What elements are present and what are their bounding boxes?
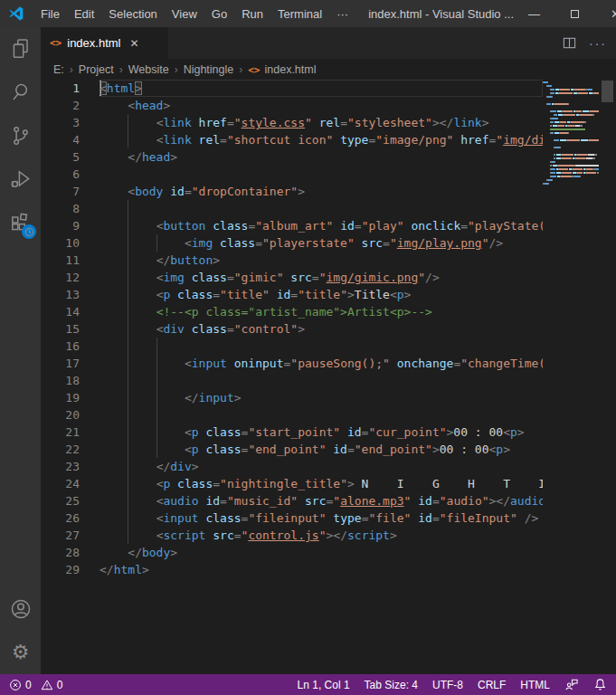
code-line-13[interactable]: 13 <p class="title" id="title">Title<p> bbox=[41, 286, 543, 303]
line-number: 16 bbox=[41, 338, 80, 355]
line-content: <audio id="music_id" src="alone.mp3" id=… bbox=[100, 492, 543, 509]
minimap[interactable] bbox=[543, 80, 599, 674]
search-icon[interactable] bbox=[0, 71, 41, 114]
indent-guide bbox=[128, 527, 128, 544]
feedback-icon[interactable] bbox=[564, 678, 579, 691]
html-file-icon: <> bbox=[248, 64, 260, 76]
window-controls: —✕ bbox=[514, 0, 616, 27]
cursor-position[interactable]: Ln 1, Col 1 bbox=[298, 679, 350, 691]
breadcrumb-item-nightingle[interactable]: Nightingle bbox=[184, 63, 234, 76]
line-content: <div class="control"> bbox=[100, 320, 543, 338]
code-line-4[interactable]: 4 <link rel="shortcut icon" type="image/… bbox=[41, 131, 543, 148]
line-content: <p class="nightingle_title"> N I G H T I bbox=[100, 475, 543, 492]
extensions-icon[interactable] bbox=[0, 201, 41, 244]
line-content: <html> bbox=[100, 80, 543, 97]
code-line-5[interactable]: 5 </head> bbox=[41, 148, 543, 166]
code-line-27[interactable]: 27 <script src="control.js"></script> bbox=[41, 527, 543, 544]
code-line-1[interactable]: 1<html> bbox=[41, 80, 543, 97]
minimize-button[interactable]: — bbox=[514, 0, 554, 27]
maximize-button[interactable] bbox=[554, 0, 595, 27]
indent-guide bbox=[128, 355, 128, 372]
indent-guide bbox=[128, 475, 128, 492]
tab-close-icon[interactable]: ✕ bbox=[130, 37, 139, 50]
line-number: 6 bbox=[41, 166, 80, 183]
split-editor-icon[interactable] bbox=[563, 36, 576, 50]
menu-item-file[interactable]: File bbox=[33, 0, 67, 27]
code-line-28[interactable]: 28 </body> bbox=[41, 544, 543, 561]
code-line-8[interactable]: 8 bbox=[41, 200, 543, 217]
line-content bbox=[100, 166, 543, 183]
language-mode[interactable]: HTML bbox=[520, 679, 550, 691]
breadcrumb-item-project[interactable]: Project bbox=[79, 63, 114, 76]
code-lines: 1<html>2 <head>3 <link href="style.css" … bbox=[41, 80, 543, 674]
code-line-29[interactable]: 29</html> bbox=[41, 561, 543, 578]
account-icon[interactable] bbox=[0, 587, 41, 631]
scrollbar-slider[interactable] bbox=[602, 81, 613, 102]
code-editor[interactable]: 1<html>2 <head>3 <link href="style.css" … bbox=[41, 80, 616, 674]
indent-guide bbox=[128, 389, 128, 406]
breadcrumb-item-website[interactable]: Website bbox=[128, 63, 169, 76]
menu-item-selection[interactable]: Selection bbox=[101, 0, 164, 27]
indent-guide bbox=[128, 252, 128, 269]
code-line-16[interactable]: 16 bbox=[41, 338, 543, 355]
editor-scrollbar[interactable] bbox=[599, 80, 616, 674]
code-line-3[interactable]: 3 <link href="style.css" rel="stylesheet… bbox=[41, 114, 543, 131]
tab-index-html[interactable]: <> index.html ✕ bbox=[41, 27, 168, 59]
indent-guide bbox=[128, 269, 128, 286]
code-line-11[interactable]: 11 </button> bbox=[41, 252, 543, 269]
eol-setting[interactable]: CRLF bbox=[478, 679, 506, 691]
title-bar: FileEditSelectionViewGoRunTerminal··· in… bbox=[0, 0, 616, 27]
menu-item-run[interactable]: Run bbox=[234, 0, 270, 27]
code-line-6[interactable]: 6 bbox=[41, 166, 543, 183]
menu-item-terminal[interactable]: Terminal bbox=[270, 0, 329, 27]
window-title: index.html - Visual Studio ... bbox=[368, 7, 514, 21]
code-line-17[interactable]: 17 <input oninput="pauseSong();" onchang… bbox=[41, 355, 543, 372]
code-line-19[interactable]: 19 </input> bbox=[41, 389, 543, 406]
indent-guide bbox=[156, 441, 157, 458]
line-content: <p class="start_point" id="cur_point">00… bbox=[100, 424, 543, 441]
code-line-9[interactable]: 9 <button class="album_art" id="play" on… bbox=[41, 217, 543, 234]
warnings-count: 0 bbox=[57, 679, 63, 691]
settings-gear-icon[interactable]: ⚙ bbox=[0, 631, 41, 674]
code-line-7[interactable]: 7 <body id="dropContainer"> bbox=[41, 183, 543, 200]
code-line-18[interactable]: 18 bbox=[41, 372, 543, 389]
editor-more-actions-icon[interactable]: ··· bbox=[589, 36, 607, 51]
line-content: <script src="control.js"></script> bbox=[100, 527, 543, 544]
breadcrumb-item-drive[interactable]: E: bbox=[53, 63, 64, 76]
indent-guide bbox=[128, 338, 128, 355]
notifications-bell-icon[interactable] bbox=[593, 678, 607, 691]
run-debug-icon[interactable] bbox=[0, 157, 41, 201]
menu-item-go[interactable]: Go bbox=[204, 0, 234, 27]
menu-item-view[interactable]: View bbox=[165, 0, 204, 27]
code-line-24[interactable]: 24 <p class="nightingle_title"> N I G H … bbox=[41, 475, 543, 492]
menu-item-edit[interactable]: Edit bbox=[67, 0, 101, 27]
code-line-22[interactable]: 22 <p class="end_point" id="end_point">0… bbox=[41, 441, 543, 458]
indent-guide bbox=[128, 303, 128, 320]
code-line-21[interactable]: 21 <p class="start_point" id="cur_point"… bbox=[41, 424, 543, 441]
indent-guide bbox=[128, 406, 128, 424]
line-number: 26 bbox=[41, 509, 80, 527]
problems-indicator[interactable]: 0 0 bbox=[9, 679, 68, 691]
indent-guide bbox=[156, 372, 157, 389]
code-line-26[interactable]: 26 <input class="fileinput" type="file" … bbox=[41, 509, 543, 527]
menu-item-more[interactable]: ··· bbox=[329, 0, 355, 27]
code-line-12[interactable]: 12 <img class="gimic" src="img/gimic.png… bbox=[41, 269, 543, 286]
encoding-setting[interactable]: UTF-8 bbox=[432, 679, 463, 691]
indent-guide bbox=[156, 389, 157, 406]
code-line-25[interactable]: 25 <audio id="music_id" src="alone.mp3" … bbox=[41, 492, 543, 509]
indent-guide bbox=[128, 424, 128, 441]
explorer-icon[interactable] bbox=[0, 27, 41, 71]
line-content: </input> bbox=[100, 389, 543, 406]
indent-guide bbox=[128, 234, 128, 252]
breadcrumb-item-file[interactable]: <>index.html bbox=[248, 63, 316, 76]
indentation-setting[interactable]: Tab Size: 4 bbox=[365, 679, 418, 691]
code-line-2[interactable]: 2 <head> bbox=[41, 97, 543, 114]
code-line-20[interactable]: 20 bbox=[41, 406, 543, 424]
close-button[interactable]: ✕ bbox=[595, 0, 616, 27]
line-number: 9 bbox=[41, 217, 80, 234]
source-control-icon[interactable] bbox=[0, 114, 41, 157]
code-line-15[interactable]: 15 <div class="control"> bbox=[41, 320, 543, 338]
code-line-10[interactable]: 10 <img class="playerstate" src="img/pla… bbox=[41, 234, 543, 252]
code-line-14[interactable]: 14 <!--<p class="artist_name">Artist<p>-… bbox=[41, 303, 543, 320]
code-line-23[interactable]: 23 </div> bbox=[41, 458, 543, 475]
